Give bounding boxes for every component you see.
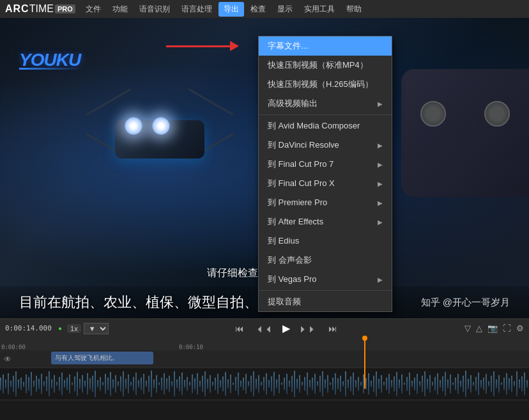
svg-rect-110 — [281, 383, 282, 385]
svg-rect-71 — [181, 373, 183, 395]
svg-rect-134 — [342, 382, 344, 387]
svg-rect-132 — [337, 378, 339, 390]
dropdown-item-h265[interactable]: 快速压制视频（H.265编码） — [259, 75, 392, 94]
svg-rect-78 — [199, 381, 201, 387]
menu-language[interactable]: 语言处理 — [176, 2, 217, 17]
svg-rect-53 — [135, 373, 137, 395]
drone-arm-tl — [86, 88, 132, 116]
svg-rect-7 — [18, 380, 19, 389]
svg-rect-197 — [503, 378, 505, 391]
svg-rect-65 — [166, 378, 167, 390]
timeline-tracks: 👁 与有人驾驶飞机相比, — [0, 350, 529, 401]
dropdown-item-vegas[interactable]: 到 Vegas Pro ▶ — [259, 270, 392, 289]
svg-rect-43 — [110, 372, 111, 396]
svg-rect-23 — [59, 377, 60, 391]
menu-bar: ARCTIME PRO 文件 功能 语音识别 语言处理 导出 检查 显示 实用工… — [0, 0, 529, 18]
svg-rect-62 — [158, 383, 160, 385]
ruler-mark-10: 0:00:10 — [179, 344, 203, 350]
timeline-cursor[interactable] — [364, 338, 365, 389]
transport-bar: 0:00:14.000 ● 1x ▼ ⏮ ⏴⏴ ▶ ⏵⏵ ⏭ ▽ △ 📷 ⛶ ⚙ — [0, 318, 529, 338]
step-back-btn[interactable]: ⏴⏴ — [253, 322, 276, 335]
speed-badge[interactable]: 1x — [67, 324, 81, 333]
track-eye-icon[interactable]: 👁 — [0, 355, 15, 364]
svg-rect-148 — [378, 379, 379, 389]
svg-rect-182 — [465, 371, 466, 397]
svg-rect-47 — [120, 377, 121, 392]
menu-speech[interactable]: 语音识别 — [134, 2, 175, 17]
menu-function[interactable]: 功能 — [107, 2, 133, 17]
svg-rect-42 — [107, 378, 109, 391]
dropdown-item-edius[interactable]: 到 Edius — [259, 231, 392, 251]
svg-rect-169 — [432, 382, 433, 386]
dropdown-item-extract-audio[interactable]: 提取音频 — [259, 292, 392, 311]
svg-rect-123 — [314, 374, 316, 394]
menu-tools[interactable]: 实用工具 — [299, 2, 340, 17]
svg-rect-91 — [233, 383, 234, 385]
svg-rect-154 — [394, 377, 395, 392]
dropdown-item-advanced-video[interactable]: 高级视频输出 ▶ — [259, 94, 392, 113]
fullscreen-icon[interactable]: ⛶ — [503, 323, 511, 333]
dropdown-item-mp4[interactable]: 快速压制视频（标准MP4） — [259, 56, 392, 75]
subtitle-clip-1[interactable]: 与有人驾驶飞机相比, — [51, 352, 153, 364]
svg-rect-165 — [422, 376, 423, 392]
step-forward-btn[interactable]: ⏵⏵ — [296, 322, 319, 335]
svg-rect-152 — [388, 374, 390, 394]
svg-rect-161 — [411, 381, 413, 387]
svg-rect-133 — [340, 376, 341, 392]
svg-rect-125 — [319, 376, 321, 392]
joystick-right — [484, 101, 510, 127]
svg-rect-51 — [130, 382, 132, 386]
speed-selector[interactable]: ▼ — [84, 323, 109, 334]
arrow-line — [166, 45, 230, 47]
dropdown-item-premiere[interactable]: 到 Premiere Pro ▶ — [259, 193, 392, 212]
svg-rect-60 — [153, 380, 155, 389]
menu-display[interactable]: 显示 — [272, 2, 298, 17]
dropdown-item-aftereffects[interactable]: 到 After Effects ▶ — [259, 212, 392, 231]
play-btn[interactable]: ▶ — [282, 322, 290, 334]
timeline-ruler[interactable]: 0:00:00 0:00:10 — [0, 338, 529, 350]
svg-rect-155 — [396, 372, 397, 396]
camera-icon[interactable]: 📷 — [487, 323, 498, 333]
dropdown-item-davinci[interactable]: 到 DaVinci Resolve ▶ — [259, 136, 392, 155]
menu-file[interactable]: 文件 — [80, 2, 106, 17]
svg-rect-19 — [49, 371, 50, 396]
svg-rect-124 — [317, 382, 318, 387]
svg-rect-116 — [296, 379, 298, 389]
svg-rect-54 — [138, 380, 139, 388]
svg-rect-181 — [463, 376, 464, 392]
svg-rect-131 — [335, 373, 336, 394]
svg-rect-26 — [66, 378, 68, 391]
dropdown-item-fcpx[interactable]: 到 Final Cut Pro X ▶ — [259, 174, 392, 193]
svg-rect-99 — [253, 371, 254, 396]
dropdown-item-avid[interactable]: 到 Avid Media Composer — [259, 116, 392, 136]
svg-rect-96 — [245, 374, 247, 394]
dropdown-item-huishenghuiying[interactable]: 到 会声会影 — [259, 251, 392, 270]
prev-frame-btn[interactable]: ⏮ — [233, 322, 247, 335]
svg-rect-179 — [457, 374, 459, 394]
time-display: 0:00:14.000 — [5, 324, 53, 332]
svg-rect-121 — [309, 380, 310, 388]
arrow-fcp7: ▶ — [378, 161, 383, 168]
svg-rect-180 — [460, 381, 461, 387]
menu-check[interactable]: 检查 — [245, 2, 271, 17]
svg-rect-118 — [302, 382, 303, 386]
settings-icon[interactable]: ⚙ — [516, 323, 524, 333]
svg-rect-168 — [429, 375, 431, 393]
volume-up-icon[interactable]: △ — [476, 323, 482, 333]
svg-rect-17 — [43, 382, 45, 387]
drone-arm-tr — [188, 88, 234, 116]
svg-rect-203 — [519, 380, 520, 389]
svg-rect-31 — [79, 379, 80, 389]
svg-rect-199 — [509, 378, 510, 390]
next-frame-btn[interactable]: ⏭ — [326, 322, 340, 335]
volume-down-icon[interactable]: ▽ — [464, 323, 471, 333]
svg-rect-18 — [46, 377, 47, 392]
svg-rect-86 — [220, 380, 221, 388]
menu-export[interactable]: 导出 — [218, 2, 244, 17]
menu-help[interactable]: 帮助 — [341, 2, 367, 17]
svg-rect-57 — [146, 381, 147, 387]
menu-items: 文件 功能 语音识别 语言处理 导出 检查 显示 实用工具 帮助 — [80, 2, 367, 17]
dropdown-item-fcp7[interactable]: 到 Final Cut Pro 7 ▶ — [259, 155, 392, 174]
dropdown-item-subtitle-file[interactable]: 字幕文件... — [259, 36, 392, 56]
svg-rect-108 — [276, 380, 277, 389]
